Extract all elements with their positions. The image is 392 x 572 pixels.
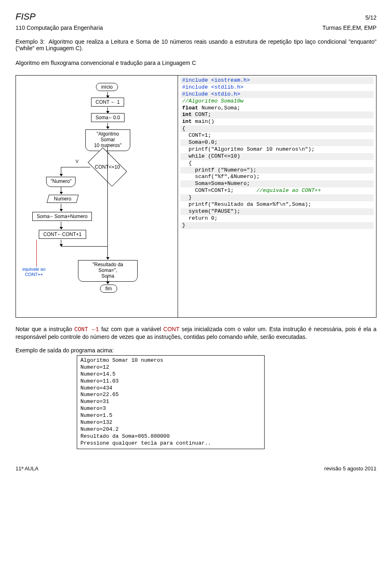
example-label: Exemplo 3: bbox=[16, 38, 45, 45]
output-line: Pressione qualquer tecla para continuar.… bbox=[80, 440, 261, 447]
flow-arrow bbox=[107, 123, 108, 129]
flow-soma-init: Soma←0.0 bbox=[91, 113, 125, 122]
flow-arrow bbox=[61, 167, 61, 176]
flow-fim: fim bbox=[100, 285, 117, 293]
note-var: CONT bbox=[163, 326, 179, 332]
output-line: Numero=204.2 bbox=[80, 426, 261, 433]
footer-left: 11ª AULA bbox=[16, 465, 38, 472]
flow-line bbox=[61, 246, 107, 247]
output-line: Numero=22.65 bbox=[80, 392, 261, 398]
flowchart-pane: início CONT ← 1 Soma←0.0 "Algoritmo Soma… bbox=[16, 76, 178, 317]
flow-true-label: V bbox=[76, 159, 78, 164]
flow-arrow bbox=[61, 222, 61, 229]
flow-arrow bbox=[107, 276, 108, 284]
page-number: 5/12 bbox=[365, 14, 376, 21]
output-line: Numero=11.03 bbox=[80, 378, 261, 385]
code-pane: #include <iostream.h>#include <stdlib.h>… bbox=[178, 76, 376, 317]
flow-print-result: "Resultado da Soma=", Soma bbox=[78, 260, 138, 282]
flow-arrow bbox=[61, 187, 61, 194]
flow-decision-label: CONT<=10 bbox=[83, 164, 132, 170]
note-code-frag: CONT ←1 bbox=[74, 326, 99, 333]
output-box: Algoritmo Somar 10 numerosNumero=12Numer… bbox=[77, 355, 265, 449]
flow-inicio: início bbox=[96, 83, 118, 91]
output-line: Numero=1.5 bbox=[80, 412, 261, 419]
output-line: Numero=12 bbox=[80, 364, 261, 371]
flow-soma-add: Soma←Soma+Numero bbox=[32, 212, 92, 221]
flow-arrow bbox=[107, 92, 108, 98]
flow-print-title-l1: "Algoritmo Somar bbox=[97, 131, 119, 142]
example-text: Algoritmo que realiza a Leitura e Soma d… bbox=[16, 38, 376, 51]
section-heading: Algoritmo em fluxograma convencional e t… bbox=[16, 60, 376, 66]
flow-annotation-line bbox=[36, 240, 37, 267]
flow-arrow bbox=[61, 204, 61, 211]
flow-print-title: "Algoritmo Somar 10 numeros" bbox=[85, 129, 130, 151]
flow-annotation: equivale aoCONT++ bbox=[22, 267, 45, 277]
flow-print-numero: "Numero" bbox=[46, 177, 76, 187]
flow-read-numero: Numero bbox=[47, 195, 78, 203]
flow-cont-inc: CONT←CONT+1 bbox=[39, 230, 86, 239]
flow-arrow bbox=[107, 107, 108, 113]
turmas: Turmas EE,EM, EMP bbox=[322, 24, 376, 31]
output-line: Numero=14.5 bbox=[80, 371, 261, 378]
flow-arrow bbox=[107, 178, 108, 259]
course-code: 110 Computação para Engenharia bbox=[16, 24, 103, 31]
output-line: Numero=434 bbox=[80, 385, 261, 392]
note-while: while bbox=[244, 334, 257, 340]
output-line: Numero=31 bbox=[80, 398, 261, 405]
doc-title: FISP bbox=[16, 11, 36, 22]
footer-right: revisão 5 agosto 2011 bbox=[324, 465, 376, 472]
output-line: Numero=3 bbox=[80, 405, 261, 412]
flow-cont-init: CONT ← 1 bbox=[91, 98, 124, 107]
flow-print-result-l1: "Resultado da Soma=", bbox=[93, 262, 123, 273]
output-label: Exemplo de saída do programa acima: bbox=[16, 347, 376, 354]
note-paragraph: Notar que a instrução CONT ←1 faz com qu… bbox=[16, 326, 376, 341]
output-line: Algoritmo Somar 10 numeros bbox=[80, 357, 261, 364]
output-line: Resultado da Soma=865.880000 bbox=[80, 433, 261, 440]
output-line: Numero=132 bbox=[80, 419, 261, 426]
flow-line bbox=[61, 240, 61, 246]
